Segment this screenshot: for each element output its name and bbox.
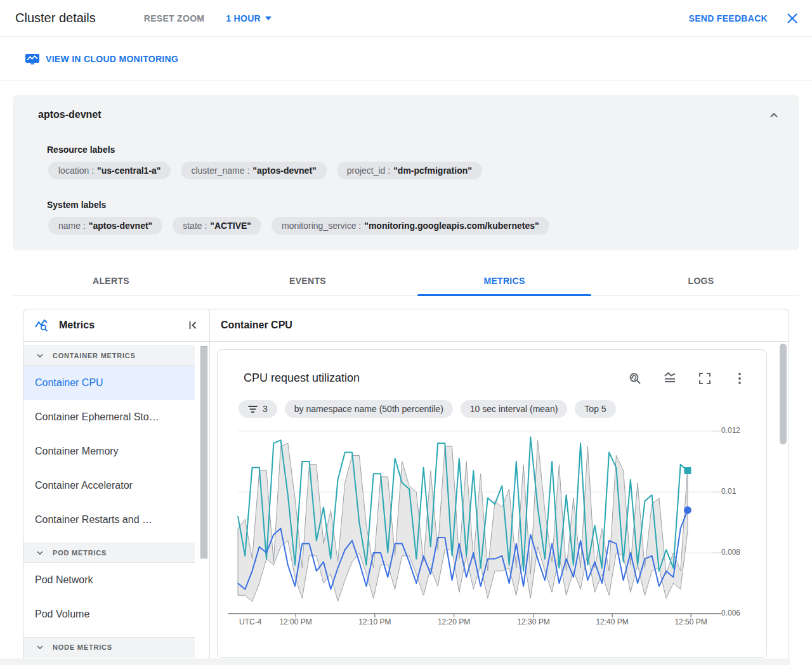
resource-labels-row: location : "us-central1-a" cluster_name … xyxy=(48,162,482,179)
y-tick-label: 0.01 xyxy=(721,487,759,496)
sidebar-item-container-memory[interactable]: Container Memory xyxy=(23,434,195,468)
fullscreen-button[interactable] xyxy=(697,371,712,386)
chart-title: CPU request utilization xyxy=(244,371,360,385)
section-container-metrics[interactable]: CONTAINER METRICS xyxy=(23,345,195,366)
collapse-card-button[interactable] xyxy=(766,108,782,123)
collapse-panel-icon xyxy=(185,318,200,333)
chart-filter-chips: 3 by namespace name (50th percentile) 10… xyxy=(239,400,616,418)
tab-events[interactable]: EVENTS xyxy=(209,266,406,295)
label-chip[interactable]: name : "aptos-devnet" xyxy=(48,217,162,235)
send-feedback-button[interactable]: SEND FEEDBACK xyxy=(689,13,768,23)
filter-count-chip[interactable]: 3 xyxy=(239,400,277,418)
label-chip[interactable]: cluster_name : "aptos-devnet" xyxy=(181,162,326,179)
more-vert-icon xyxy=(732,371,747,386)
page-title: Cluster details xyxy=(15,11,96,25)
monitoring-icon xyxy=(25,54,39,65)
horizontal-scrollbar[interactable] xyxy=(0,659,790,665)
metrics-panel: Metrics Container CPU CONTAINER METRICS … xyxy=(23,309,789,665)
resource-labels-heading: Resource labels xyxy=(47,145,115,155)
section-node-metrics[interactable]: NODE METRICS xyxy=(23,637,195,657)
x-tick-label: 12:30 PM xyxy=(517,617,549,626)
y-tick-label: 0.008 xyxy=(721,548,759,557)
tab-bar: ALERTS EVENTS METRICS LOGS xyxy=(13,266,799,296)
reset-zoom-button[interactable]: RESET ZOOM xyxy=(144,13,205,23)
zoom-reset-icon xyxy=(627,371,643,386)
main-scrollbar[interactable] xyxy=(780,344,787,444)
cluster-summary-card: aptos-devnet Resource labels location : … xyxy=(13,95,799,250)
chevron-down-icon xyxy=(35,548,45,558)
sidebar-item-container-accelerator[interactable]: Container Accelerator xyxy=(23,468,195,503)
close-icon xyxy=(785,11,799,25)
tab-metrics[interactable]: METRICS xyxy=(406,266,603,295)
y-tick-label: 0.006 xyxy=(721,609,759,617)
collapse-sidebar-button[interactable] xyxy=(185,318,200,333)
label-chip[interactable]: project_id : "dm-pcfmigration" xyxy=(337,162,482,179)
timezone-label: UTC-4 xyxy=(239,617,261,626)
chevron-down-icon xyxy=(35,351,45,361)
topn-chip[interactable]: Top 5 xyxy=(575,400,615,418)
sidebar-header: Metrics xyxy=(23,309,210,341)
metrics-icon xyxy=(34,317,50,333)
label-chip[interactable]: state : "ACTIVE" xyxy=(173,217,261,235)
tab-logs[interactable]: LOGS xyxy=(603,266,799,295)
chart-card: CPU request utilization xyxy=(217,349,767,658)
monitoring-link-row: VIEW IN CLOUD MONITORING xyxy=(0,37,812,81)
sidebar-item-pod-volume[interactable]: Pod Volume xyxy=(23,597,195,631)
interval-chip[interactable]: 10 sec interval (mean) xyxy=(461,400,568,418)
more-options-button[interactable] xyxy=(732,371,747,386)
chevron-up-icon xyxy=(766,108,782,123)
panel-header: Metrics Container CPU xyxy=(23,309,789,342)
fullscreen-icon xyxy=(697,371,712,386)
monitoring-link-label: VIEW IN CLOUD MONITORING xyxy=(46,54,178,64)
time-range-dropdown[interactable]: 1 HOUR xyxy=(226,13,272,23)
close-button[interactable] xyxy=(785,11,799,25)
sidebar-item-pod-network[interactable]: Pod Network xyxy=(23,563,195,597)
sidebar-scrollbar[interactable] xyxy=(200,346,207,558)
chevron-down-icon xyxy=(35,642,45,652)
filter-icon xyxy=(248,405,258,413)
legend-toggle-icon xyxy=(662,371,678,386)
caret-down-icon xyxy=(265,16,272,20)
x-tick-label: 12:00 PM xyxy=(279,617,311,626)
sidebar-item-container-restarts[interactable]: Container Restarts and … xyxy=(23,503,195,537)
system-labels-heading: System labels xyxy=(47,200,106,210)
view-in-cloud-monitoring-link[interactable]: VIEW IN CLOUD MONITORING xyxy=(25,54,178,65)
x-tick-label: 12:10 PM xyxy=(358,617,391,626)
chart-plot[interactable] xyxy=(238,422,712,620)
chart-body: UTC-4 12:00 PM12:10 PM12:20 PM12:30 PM12… xyxy=(218,422,768,638)
label-chip[interactable]: monitoring_service : "monitoring.googlea… xyxy=(272,217,549,235)
cluster-name: aptos-devnet xyxy=(38,109,102,120)
label-chip[interactable]: location : "us-central1-a" xyxy=(48,162,171,179)
dialog-header: Cluster details RESET ZOOM 1 HOUR SEND F… xyxy=(0,0,812,37)
zoom-reset-button[interactable] xyxy=(627,371,643,386)
main-header: Container CPU xyxy=(210,309,789,341)
legend-toggle-button[interactable] xyxy=(662,371,678,386)
x-tick-label: 12:20 PM xyxy=(438,617,470,626)
sidebar-item-container-cpu[interactable]: Container CPU xyxy=(23,366,195,400)
system-labels-row: name : "aptos-devnet" state : "ACTIVE" m… xyxy=(48,217,549,235)
y-tick-label: 0.012 xyxy=(721,426,759,435)
tab-alerts[interactable]: ALERTS xyxy=(13,266,209,295)
main-heading: Container CPU xyxy=(221,320,292,331)
x-tick-label: 12:40 PM xyxy=(596,617,628,626)
section-pod-metrics[interactable]: POD METRICS xyxy=(23,543,195,563)
time-range-label: 1 HOUR xyxy=(226,13,261,23)
sidebar-title: Metrics xyxy=(59,320,95,331)
groupby-chip[interactable]: by namespace name (50th percentile) xyxy=(285,400,453,418)
metrics-sidebar: CONTAINER METRICS Container CPU Containe… xyxy=(23,342,210,665)
x-tick-label: 12:50 PM xyxy=(674,617,707,626)
sidebar-item-container-ephemeral-storage[interactable]: Container Ephemeral Sto… xyxy=(23,400,195,434)
chart-toolbar xyxy=(627,371,747,386)
